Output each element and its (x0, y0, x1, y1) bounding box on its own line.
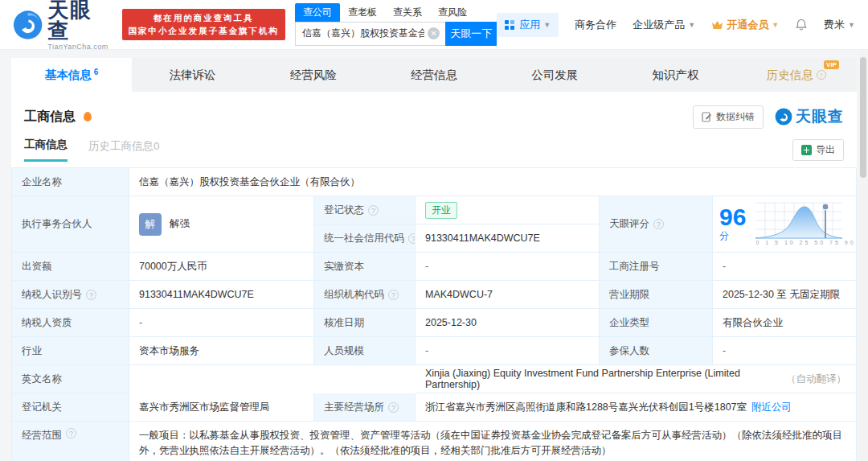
tab-company-development[interactable]: 公司发展 (494, 58, 615, 92)
info-icon[interactable]: ? (388, 402, 399, 413)
field-label-main-premises: 主要经营场所? (314, 393, 416, 422)
search-button[interactable]: 天眼一下 (445, 22, 497, 46)
info-icon[interactable]: ? (368, 205, 379, 216)
score-distribution-chart (754, 201, 844, 241)
promo-badge: 都在用的商业查询工具 国家中小企业发展子基金旗下机构 (122, 9, 286, 39)
tab-history-info[interactable]: VIP 历史信息? (736, 58, 857, 92)
info-icon[interactable]: ? (388, 290, 399, 300)
tab-legal-proceedings[interactable]: 法律诉讼 (132, 58, 252, 92)
field-value-main-premises: 浙江省嘉兴市秀洲区高照街道康和路1288号嘉兴光伏科创园1号楼1807室附近公司 (416, 393, 857, 422)
field-label-approval-date: 核准日期 (314, 309, 416, 337)
field-label-tianyan-score: 天眼评分? (600, 196, 713, 253)
export-button[interactable]: 导出 (792, 139, 844, 161)
tianyancha-watermark: 天眼查 (775, 106, 844, 127)
hot-icon (84, 112, 92, 121)
subtab-history-business-info[interactable]: 历史工商信息0 (88, 139, 160, 161)
field-value-business-scope: 一般项目：以私募基金从事股权投资、投资管理、资产管理等活动（须在中国证券投资基金… (129, 422, 857, 461)
field-value-registration-status: 开业 (416, 196, 600, 224)
business-info-card: 工商信息 数据纠错 天眼查 工商信息 历史工商信息0 (11, 92, 857, 461)
tab-count: 6 (94, 68, 99, 76)
field-label-paid-in-capital: 实缴资本 (314, 253, 416, 281)
field-label-registration-status: 登记状态? (314, 196, 416, 224)
search-input[interactable] (295, 22, 445, 46)
subtab-business-info[interactable]: 工商信息 (24, 138, 68, 162)
field-value-insured-count: - (713, 337, 857, 365)
tab-basic-info[interactable]: 基本信息6 (11, 58, 132, 92)
company-section-tabs: 基本信息6 法律诉讼 经营风险 经营信息 公司发展 知识产权 VIP 历史信息? (11, 58, 857, 92)
tianyancha-logo-icon (775, 108, 792, 126)
search-tab-risk[interactable]: 查风险 (430, 3, 475, 22)
nearby-companies-link[interactable]: 附近公司 (751, 401, 792, 414)
search-tabs: 查公司 查老板 查关系 查风险 (295, 4, 497, 22)
help-icon: ? (817, 70, 826, 80)
field-value-staff-size: - (416, 337, 600, 365)
search-area: 查公司 查老板 查关系 查风险 ✕ 天眼一下 (295, 4, 497, 46)
field-value-company-name: 信嘉（嘉兴）股权投资基金合伙企业（有限合伙） (129, 168, 857, 196)
crown-icon (711, 20, 723, 30)
field-value-paid-in-capital: - (416, 253, 600, 281)
field-value-industry: 资本市场服务 (129, 337, 314, 365)
field-label-registration-authority: 登记机关 (12, 393, 129, 422)
info-icon[interactable]: ? (66, 428, 76, 438)
field-label-company-name: 企业名称 (12, 168, 129, 196)
search-tab-boss[interactable]: 查老板 (340, 3, 385, 22)
field-label-registration-number: 工商注册号 (600, 253, 713, 281)
tab-intellectual-property[interactable]: 知识产权 (615, 58, 735, 92)
info-icon[interactable]: ? (653, 219, 664, 229)
brand-domain: TianYanCha.com (47, 43, 110, 51)
chevron-down-icon: ▼ (543, 21, 551, 29)
score-number: 96 (719, 204, 746, 230)
search-tab-relation[interactable]: 查关系 (385, 3, 430, 22)
partner-name[interactable]: 解强 (170, 217, 190, 231)
tianyancha-logo-icon (13, 9, 43, 41)
field-label-executive-partner: 执行事务合伙人 (12, 196, 129, 253)
partner-avatar[interactable]: 解 (139, 213, 162, 236)
nav-user-menu[interactable]: 费米▼ (824, 18, 855, 32)
username: 费米 (824, 18, 845, 32)
subtab-count: 0 (154, 140, 160, 152)
field-value-approval-date: 2025-12-30 (416, 309, 600, 337)
info-icon[interactable]: ? (408, 233, 416, 244)
status-badge: 开业 (425, 202, 457, 219)
field-value-tianyan-score[interactable]: 96分 (713, 196, 857, 253)
data-correction-button[interactable]: 数据纠错 (693, 105, 764, 129)
field-value-business-term: 2025-12-30 至 无固定期限 (713, 281, 857, 309)
tianyancha-logo[interactable]: 天眼查 TianYanCha.com (13, 0, 111, 51)
field-label-taxpayer-quality: 纳税人资质 (12, 309, 129, 337)
clear-search-icon[interactable]: ✕ (428, 27, 440, 39)
top-nav: 应用▼ 商务合作 企业级产品▼ 开通会员▼ 费米▼ (497, 13, 855, 37)
scrollbar-thumb[interactable] (860, 57, 866, 178)
nav-open-vip[interactable]: 开通会员▼ (711, 18, 779, 32)
score-axis-labels: 0 1 5 10 25 50 75 90 100 (755, 240, 857, 245)
search-tab-company[interactable]: 查公司 (295, 3, 340, 22)
nav-business-cooperation[interactable]: 商务合作 (575, 18, 616, 32)
field-value-taxpayer-id: 91330411MAK4DWCU7E (129, 281, 314, 309)
field-label-taxpayer-id: 纳税人识别号? (12, 281, 129, 309)
field-label-company-type: 企业类型 (600, 309, 713, 337)
field-value-taxpayer-quality: - (129, 309, 314, 337)
apps-grid-icon (505, 20, 514, 30)
business-info-table: 企业名称 信嘉（嘉兴）股权投资基金合伙企业（有限合伙） 执行事务合伙人 解 解强… (11, 167, 857, 461)
field-value-capital: 70000万人民币 (129, 253, 314, 281)
top-header: 天眼查 TianYanCha.com 都在用的商业查询工具 国家中小企业发展子基… (0, 0, 868, 50)
auto-translate-note: （自动翻译） (786, 373, 846, 386)
field-value-registration-authority: 嘉兴市秀洲区市场监督管理局 (129, 393, 314, 422)
page-scrollbar[interactable] (858, 51, 868, 461)
tab-operational-risk[interactable]: 经营风险 (253, 58, 374, 92)
notification-bell-icon[interactable] (795, 19, 808, 31)
nav-enterprise-products[interactable]: 企业级产品▼ (633, 18, 695, 32)
vip-badge: VIP (824, 60, 839, 69)
field-label-org-code: 组织机构代码? (314, 281, 416, 309)
field-value-org-code: MAK4DWCU-7 (416, 281, 600, 309)
chevron-down-icon: ▼ (772, 21, 779, 29)
tab-business-info[interactable]: 经营信息 (374, 58, 494, 92)
field-value-uscc: 91330411MAK4DWCU7E (416, 224, 600, 253)
field-value-registration-number: - (713, 253, 857, 281)
excel-icon (801, 145, 812, 155)
info-icon[interactable]: ? (86, 290, 96, 300)
promo-line1: 都在用的商业查询工具 (129, 12, 280, 24)
field-label-business-scope: 经营范围? (12, 422, 129, 461)
brand-name: 天眼查 (47, 0, 110, 41)
nav-apps[interactable]: 应用▼ (497, 13, 559, 37)
edit-doc-icon (702, 112, 712, 122)
